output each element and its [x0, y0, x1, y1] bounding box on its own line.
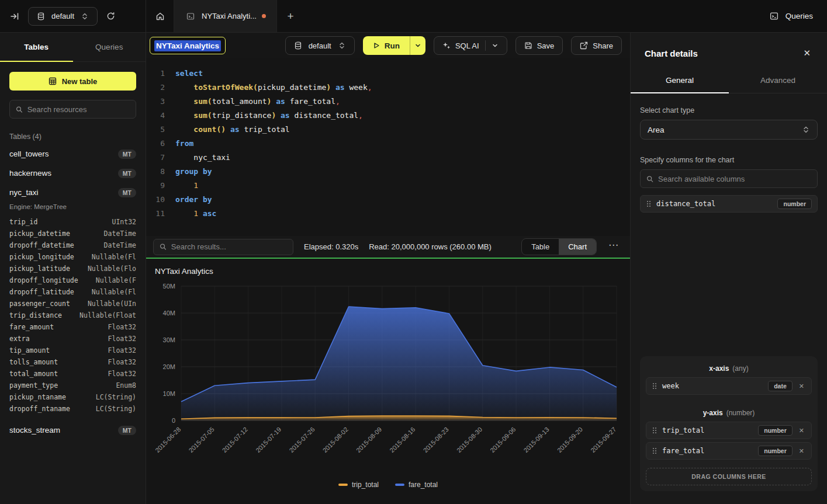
sidebar-tab-queries[interactable]: Queries [73, 33, 146, 61]
tab-advanced[interactable]: Advanced [729, 69, 827, 93]
column-chip-distance_total[interactable]: distance_totalnumber [640, 195, 818, 213]
sidebar-search-input[interactable] [27, 105, 130, 114]
results-search[interactable] [153, 239, 293, 255]
code-line[interactable]: 1select [146, 67, 630, 81]
remove-column-icon[interactable]: ✕ [797, 447, 806, 455]
sidebar-tab-tables[interactable]: Tables [0, 33, 73, 61]
home-icon [155, 12, 165, 21]
query-title-input[interactable]: NYTaxi Analytics [150, 37, 226, 54]
database-name: default [309, 41, 331, 50]
column-chip-label: week [662, 382, 763, 390]
column-row: tolls_amountFloat32 [9, 356, 136, 368]
svg-text:2015-08-30: 2015-08-30 [455, 426, 483, 454]
code-line[interactable]: 2 toStartOfWeek(pickup_datetime) as week… [146, 81, 630, 95]
sidebar-search[interactable] [9, 100, 136, 119]
share-button[interactable]: Share [571, 36, 622, 55]
sql-editor-code: 1select2 toStartOfWeek(pickup_datetime) … [146, 67, 630, 221]
svg-text:2015-07-12: 2015-07-12 [221, 426, 249, 454]
code-line[interactable]: 8group by [146, 165, 630, 179]
engine-badge: MT [118, 169, 136, 178]
x-axis-heading: x-axis(any) [646, 364, 812, 373]
table-row-stocks-stream[interactable]: stocks_stream MT [0, 420, 146, 440]
queries-button-label: Queries [786, 12, 813, 20]
run-button-main[interactable]: Run [363, 36, 410, 55]
column-type-badge: date [768, 381, 793, 391]
run-options-caret[interactable] [410, 36, 425, 55]
table-row-cell-towers[interactable]: cell_towers MT [0, 144, 146, 164]
refresh-icon[interactable] [105, 10, 117, 22]
drop-zone[interactable]: DRAG COLUMNS HERE [646, 468, 812, 485]
main-area: NYTaxi Analytics default [146, 33, 630, 504]
x-axis-columns: weekdate✕ [646, 377, 812, 395]
x-axis-hint: (any) [732, 364, 748, 373]
unsaved-changes-dot [262, 14, 266, 18]
topbar-database-selector[interactable]: default [28, 7, 98, 26]
sql-ai-button[interactable]: SQL AI [434, 36, 507, 55]
code-line[interactable]: 5 count() as trip_total [146, 123, 630, 137]
table-view-button[interactable]: Table [522, 239, 559, 255]
column-row: fare_amountFloat32 [9, 321, 136, 333]
engine-badge: MT [118, 188, 136, 197]
table-row-nyc-taxi[interactable]: nyc_taxi MT [0, 183, 146, 202]
remove-column-icon[interactable]: ✕ [797, 427, 806, 435]
table-icon [49, 77, 57, 85]
svg-text:2015-08-16: 2015-08-16 [388, 426, 416, 454]
chart-area: NYTaxi Analytics 2015-06-282015-07-05201… [146, 259, 630, 504]
panel-title: Chart details [645, 48, 698, 58]
code-line[interactable]: 3 sum(total_amount) as fare_total, [146, 95, 630, 109]
collapse-sidebar-icon[interactable] [8, 10, 21, 23]
column-chip-trip_total[interactable]: trip_totalnumber✕ [646, 422, 812, 439]
column-row: total_amountFloat32 [9, 368, 136, 380]
more-options-button[interactable]: ⋯ [607, 239, 623, 255]
new-table-label: New table [62, 77, 98, 86]
view-toggle: Table Chart [521, 238, 597, 255]
code-line[interactable]: 6from [146, 137, 630, 151]
code-line[interactable]: 9 1 [146, 179, 630, 193]
remove-column-icon[interactable]: ✕ [797, 383, 806, 390]
query-database-selector[interactable]: default [285, 36, 355, 55]
column-chip-fare_total[interactable]: fare_totalnumber✕ [646, 442, 812, 460]
table-row-hackernews[interactable]: hackernews MT [0, 164, 146, 183]
drag-handle-icon[interactable] [652, 382, 658, 390]
legend-item-trip_total[interactable]: trip_total [338, 481, 379, 489]
sql-editor[interactable]: 1select2 toStartOfWeek(pickup_datetime) … [146, 58, 630, 236]
run-button[interactable]: Run [363, 36, 425, 55]
queries-button[interactable]: Queries [768, 10, 813, 22]
columns-search[interactable] [640, 169, 818, 188]
svg-text:2015-08-02: 2015-08-02 [321, 426, 350, 454]
drag-handle-icon[interactable] [652, 426, 658, 435]
results-search-input[interactable] [171, 242, 287, 251]
close-icon[interactable]: ✕ [801, 47, 813, 60]
drag-handle-icon[interactable] [646, 200, 652, 208]
sidebar: Tables Queries New table Tables (4) cell… [0, 33, 146, 504]
chevron-up-down-icon [802, 126, 810, 134]
column-type-badge: number [758, 425, 793, 436]
elapsed-stat: Elapsed: 0.320s [304, 242, 358, 251]
workspace: Tables Queries New table Tables (4) cell… [0, 33, 827, 504]
code-line[interactable]: 4 sum(trip_distance) as distance_total, [146, 109, 630, 123]
code-line[interactable]: 10order by [146, 193, 630, 207]
column-type-badge: number [758, 446, 793, 456]
tab-general[interactable]: General [631, 69, 729, 93]
svg-text:0: 0 [172, 417, 175, 424]
query-file-icon [185, 11, 196, 22]
new-tab-button[interactable]: + [277, 0, 304, 32]
new-table-button[interactable]: New table [9, 72, 136, 91]
save-icon [524, 41, 532, 50]
code-line[interactable]: 11 1 asc [146, 207, 630, 221]
column-row: pickup_datetimeDateTime [9, 228, 136, 239]
tab-nytaxi-analytics[interactable]: NYTaxi Analyti... [174, 0, 277, 32]
topbar-right: Queries [754, 0, 827, 32]
code-line[interactable]: 7 nyc_taxi [146, 151, 630, 165]
save-button[interactable]: Save [515, 36, 563, 55]
drag-handle-icon[interactable] [652, 447, 658, 455]
column-chip-week[interactable]: weekdate✕ [646, 377, 812, 395]
columns-search-input[interactable] [658, 175, 811, 183]
chart-type-select[interactable]: Area [640, 120, 818, 140]
legend-item-fare_total[interactable]: fare_total [395, 481, 438, 489]
column-row: pickup_longitudeNullable(Fl [9, 251, 136, 263]
home-tab[interactable] [146, 0, 174, 32]
chevron-down-icon[interactable] [492, 42, 499, 49]
chart-view-button[interactable]: Chart [559, 239, 596, 255]
editor-tabs: NYTaxi Analyti... + [146, 0, 754, 32]
